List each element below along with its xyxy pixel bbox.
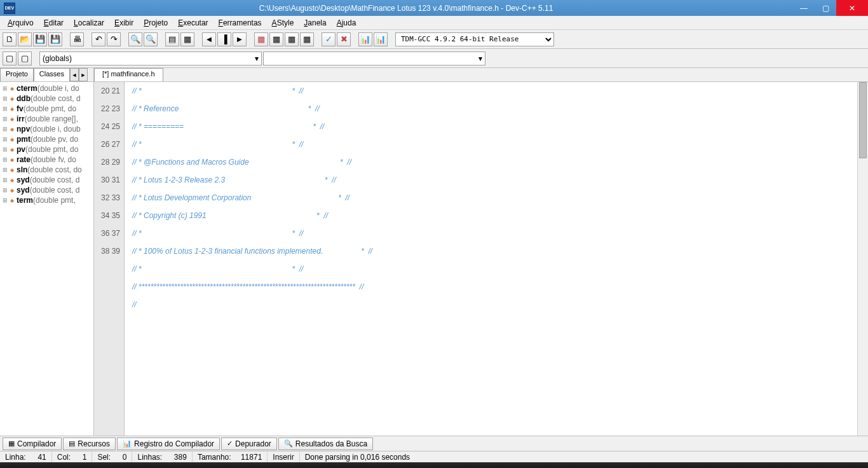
compile-run-button[interactable]: ▦ [285,32,299,46]
profile-button[interactable]: 📊 [358,32,372,46]
menu-localizar[interactable]: Localizar [69,17,109,29]
line-gutter: 20 21 22 23 24 25 26 27 28 29 30 31 32 3… [94,82,125,436]
goto-button[interactable]: ▤ [165,32,179,46]
forward-button[interactable]: ► [233,32,247,46]
maximize-button[interactable]: ▢ [815,0,836,16]
status-line-label: Linha: [5,453,26,462]
output-tab-compilador[interactable]: ▦Compilador [3,437,62,450]
tab-nav-left[interactable]: ◄ [70,68,79,81]
status-sel-value: 0 [123,453,127,462]
status-mode: Inserir [273,453,294,462]
profile-del-button[interactable]: 📊 [374,32,388,46]
left-panel: Projeto Classes ◄ ► ⊞◆cterm (double i, d… [0,68,94,436]
new-file-button[interactable]: 🗋 [3,32,17,46]
class-item-irr[interactable]: ⊞◆irr (double range[], [0,114,93,124]
class-item-term[interactable]: ⊞◆term (double pmt, [0,195,93,205]
stop-button[interactable]: ✖ [337,32,351,46]
rebuild-button[interactable]: ▦ [300,32,314,46]
class-item-rate[interactable]: ⊞◆rate (double fv, do [0,155,93,165]
statusbar: Linha: 41 Col: 1 Sel: 0 Linhas: 389 Tama… [0,451,868,462]
window-title: C:\Users\Augusto\Desktop\MathFinance Lot… [19,4,793,13]
new-class-button[interactable]: ▢ [3,52,17,65]
class-item-fv[interactable]: ⊞◆fv (double pmt, do [0,104,93,114]
status-sel-label: Sel: [97,453,111,462]
menu-arquivo[interactable]: Arquivo [3,17,39,29]
insert-button[interactable]: ▐ [217,32,231,46]
member-select[interactable]: ▾ [263,52,485,65]
menu-ferramentas[interactable]: Ferramentas [214,17,267,29]
output-tab-depurador[interactable]: ✓Depurador [221,437,277,450]
redo-button[interactable]: ↷ [107,32,121,46]
output-tab-recursos[interactable]: ▤Recursos [63,437,116,450]
menu-executar[interactable]: Executar [173,17,213,29]
scope-value: (globals) [43,54,72,63]
class-item-syd[interactable]: ⊞◆syd (double cost, d [0,185,93,195]
undo-button[interactable]: ↶ [92,32,105,46]
menu-ajuda[interactable]: Ajuda [332,17,362,29]
run-button[interactable]: ▦ [269,32,283,46]
close-button[interactable]: ✕ [836,0,868,16]
main-toolbar: 🗋 📂 💾 💾 🖶 ↶ ↷ 🔍 🔍 ▤ ▦ ◄ ▐ ► ▦ ▦ ▦ ▦ ✓ ✖ … [0,30,868,49]
minimize-button[interactable]: — [793,0,815,16]
menu-exibir[interactable]: Exibir [109,17,139,29]
taskbar [0,462,868,468]
debug-button[interactable]: ✓ [322,32,336,46]
compiler-select[interactable]: TDM-GCC 4.9.2 64-bit Release [395,32,554,46]
class-list: ⊞◆cterm (double i, do⊞◆ddb (double cost,… [0,82,93,436]
status-message: Done parsing in 0,016 seconds [305,453,410,462]
menu-janela[interactable]: Janela [299,17,331,29]
save-all-button[interactable]: 💾 [48,32,62,46]
scroll-thumb[interactable] [859,82,867,158]
titlebar: DEV C:\Users\Augusto\Desktop\MathFinance… [0,0,868,16]
tab-nav-right[interactable]: ► [79,68,88,81]
status-col-label: Col: [57,453,71,462]
status-size-value: 11871 [241,453,262,462]
replace-button[interactable]: 🔍 [144,32,158,46]
class-item-npv[interactable]: ⊞◆npv (double i, doub [0,124,93,134]
status-line-value: 41 [37,453,46,462]
new-func-button[interactable]: ▢ [18,52,32,65]
output-tab-registro-do-compilador[interactable]: 📊Registro do Compilador [117,437,220,450]
class-item-pv[interactable]: ⊞◆pv (double pmt, do [0,144,93,155]
menu-projeto[interactable]: Projeto [139,17,173,29]
scope-toolbar: ▢ ▢ (globals) ▾ ▾ [0,49,868,68]
output-tabs: ▦Compilador▤Recursos📊Registro do Compila… [0,436,868,451]
menu-editar[interactable]: Editar [39,17,69,29]
code-content[interactable]: // * * // // * Reference * // // * =====… [125,82,868,436]
app-icon: DEV [4,3,15,14]
menubar: ArquivoEditarLocalizarExibirProjetoExecu… [0,16,868,30]
tab-projeto[interactable]: Projeto [0,68,34,81]
print-button[interactable]: 🖶 [70,32,84,46]
class-item-ddb[interactable]: ⊞◆ddb (double cost, d [0,93,93,104]
status-lines-value: 389 [174,453,187,462]
class-item-sln[interactable]: ⊞◆sln (double cost, do [0,165,93,175]
editor-tab[interactable]: [*] mathfinance.h [94,68,163,81]
bookmark-button[interactable]: ▦ [180,32,194,46]
class-item-pmt[interactable]: ⊞◆pmt (double pv, do [0,134,93,144]
output-tab-resultados-da-busca[interactable]: 🔍Resultados da Busca [278,437,373,450]
status-lines-label: Linhas: [137,453,162,462]
vertical-scrollbar[interactable] [857,82,868,436]
class-item-cterm[interactable]: ⊞◆cterm (double i, do [0,83,93,93]
tab-classes[interactable]: Classes [34,68,70,81]
compile-button[interactable]: ▦ [254,32,268,46]
class-item-syd[interactable]: ⊞◆syd (double cost, d [0,175,93,185]
back-button[interactable]: ◄ [202,32,216,46]
find-button[interactable]: 🔍 [128,32,142,46]
save-button[interactable]: 💾 [33,32,47,46]
status-col-value: 1 [83,453,87,462]
scope-select[interactable]: (globals) ▾ [39,52,262,65]
open-button[interactable]: 📂 [18,32,32,46]
status-size-label: Tamanho: [198,453,231,462]
menu-astyle[interactable]: AStyle [267,17,299,29]
code-editor[interactable]: 20 21 22 23 24 25 26 27 28 29 30 31 32 3… [94,82,868,436]
